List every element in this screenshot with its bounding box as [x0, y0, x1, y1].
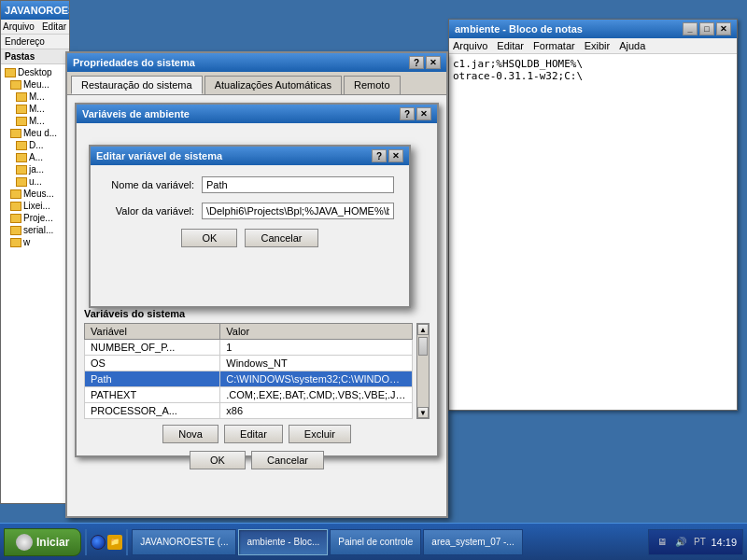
var-value: Windows_NT — [220, 356, 413, 371]
varenv-title: Variáveis de ambiente — [82, 108, 190, 119]
editar-button[interactable]: Editar — [224, 425, 283, 443]
notepad-content: c1.jar;%HSQLDB_HOME%\ otrace-0.31.1-w32;… — [449, 54, 737, 405]
editvar-close-button[interactable]: ✕ — [388, 149, 403, 162]
editvar-ok-button[interactable]: OK — [181, 229, 237, 247]
tree-item-label: M... — [29, 104, 45, 114]
menu-arquivo[interactable]: Arquivo — [3, 21, 35, 32]
tab-atualizacoes[interactable]: Atualizações Automáticas — [204, 76, 342, 94]
var-value: .COM;.EXE;.BAT;.CMD;.VBS;.VBE;.JS;... — [220, 387, 413, 403]
folder-icon — [16, 92, 27, 102]
notepad-menu-exibir[interactable]: Exibir — [585, 40, 611, 51]
valor-input[interactable] — [202, 203, 394, 219]
tree-item-meu1[interactable]: Meu... — [3, 78, 67, 91]
folder-icon — [10, 214, 21, 223]
notepad-minimize[interactable]: _ — [683, 22, 698, 35]
sys-vars-table: Variável Valor NUMBER_OF_P... 1 OS Windo… — [84, 323, 413, 419]
desktop: JAVANOROESTE (D:) _ □ ✕ Arquivo Editar E… — [0, 0, 747, 523]
notepad-menu-arquivo[interactable]: Arquivo — [453, 40, 487, 51]
notepad-title: ambiente - Bloco de notas — [455, 23, 583, 35]
tree-item-label: Meu... — [23, 79, 49, 90]
tab-remoto[interactable]: Remoto — [344, 76, 401, 94]
tab-restauracao[interactable]: Restauração do sistema — [71, 76, 203, 94]
tree-item-d[interactable]: D... — [3, 139, 67, 151]
tree-item-serial[interactable]: serial... — [3, 224, 67, 236]
tree-item-m2[interactable]: M... — [3, 103, 67, 115]
nome-input[interactable] — [202, 176, 394, 193]
valor-label: Valor da variável: — [106, 205, 194, 217]
varenv-help-button[interactable]: ? — [400, 107, 415, 120]
ie-icon[interactable] — [91, 535, 106, 550]
nome-field-row: Nome da variável: — [106, 176, 394, 193]
tree-item-proje[interactable]: Proje... — [3, 212, 67, 224]
start-button[interactable]: Iniciar — [4, 528, 81, 556]
tree-item-label: u... — [29, 176, 42, 187]
tree-item-label: serial... — [23, 225, 53, 235]
table-row[interactable]: NUMBER_OF_P... 1 — [85, 340, 413, 356]
props-close-button[interactable]: ✕ — [426, 56, 441, 69]
taskbar-divider — [85, 529, 87, 555]
var-value: x86 — [220, 403, 413, 419]
tray-flag-icon: PT — [692, 535, 707, 550]
editvar-cancelar-button[interactable]: Cancelar — [245, 229, 317, 247]
notepad-maximize[interactable]: □ — [699, 22, 714, 35]
sys-vars-scrollbar[interactable]: ▲ ▼ — [416, 323, 430, 419]
table-row[interactable]: PATHEXT .COM;.EXE;.BAT;.CMD;.VBS;.VBE;.J… — [85, 387, 413, 403]
folder-icon — [16, 153, 27, 162]
folder-quicklaunch-icon[interactable]: 📁 — [107, 535, 122, 550]
taskbar-btn-area[interactable]: area_system_07 -... — [423, 529, 522, 555]
table-row[interactable]: PROCESSOR_A... x86 — [85, 403, 413, 419]
address-label: Endereço — [5, 36, 45, 47]
editvar-help-button[interactable]: ? — [372, 149, 387, 162]
taskbar-btn-ambiente[interactable]: ambiente - Bloc... — [238, 529, 328, 555]
var-name: Path — [85, 371, 220, 387]
tree-item-label: ja... — [29, 164, 44, 175]
tree-item-lixei[interactable]: Lixei... — [3, 200, 67, 212]
table-row[interactable]: OS Windows_NT — [85, 356, 413, 371]
scrollbar-up[interactable]: ▲ — [417, 324, 429, 335]
tree-item-u[interactable]: u... — [3, 175, 67, 188]
notepad-menubar: Arquivo Editar Formatar Exibir Ajuda — [449, 38, 737, 54]
nome-label: Nome da variável: — [106, 179, 194, 190]
notepad-menu-editar[interactable]: Editar — [497, 40, 524, 51]
address-bar: Endereço — [1, 35, 69, 49]
explorer-titlebar: JAVANOROESTE (D:) _ □ ✕ — [1, 1, 69, 20]
taskbar-btn-label: area_system_07 -... — [431, 537, 514, 547]
taskbar-btn-javanoroeste[interactable]: JAVANOROESTE (... — [132, 529, 236, 555]
notepad-menu-ajuda[interactable]: Ajuda — [619, 40, 645, 51]
excluir-button[interactable]: Excluir — [289, 425, 351, 443]
nova-button[interactable]: Nova — [162, 425, 218, 443]
taskbar: Iniciar 📁 JAVANOROESTE (... ambiente - B… — [0, 523, 747, 560]
tree-item-m3[interactable]: M... — [3, 115, 67, 127]
folder-icon — [10, 80, 21, 90]
taskbar-btn-painel[interactable]: Painel de controle — [330, 529, 421, 555]
editvar-titlebar-buttons: ? ✕ — [372, 149, 403, 162]
tree-item-meus[interactable]: Meus... — [3, 188, 67, 200]
tree-item-desktop[interactable]: Desktop — [3, 66, 67, 78]
varenv-ok-button[interactable]: OK — [190, 451, 246, 469]
folder-icon — [16, 105, 27, 114]
folder-icon — [10, 238, 21, 247]
notepad-close[interactable]: ✕ — [716, 22, 731, 35]
tree-item-meud[interactable]: Meu d... — [3, 127, 67, 139]
table-row-path[interactable]: Path C:\WINDOWS\system32;C:\WINDOWS;... — [85, 371, 413, 387]
props-help-button[interactable]: ? — [409, 56, 424, 69]
tree-item-w[interactable]: w — [3, 236, 67, 248]
editvar-titlebar: Editar variável de sistema ? ✕ — [91, 147, 409, 165]
tree-item-ja[interactable]: ja... — [3, 163, 67, 175]
varenv-close-button[interactable]: ✕ — [416, 107, 431, 120]
scrollbar-down[interactable]: ▼ — [417, 407, 429, 418]
col-valor: Valor — [220, 324, 413, 340]
scrollbar-thumb[interactable] — [418, 337, 428, 356]
editvar-title: Editar variável de sistema — [96, 150, 222, 161]
explorer-title: JAVANOROESTE (D:) — [5, 5, 70, 16]
folder-icon — [16, 165, 27, 175]
menu-editar[interactable]: Editar — [42, 21, 66, 32]
varenv-cancelar-button[interactable]: Cancelar — [251, 451, 324, 469]
var-name: NUMBER_OF_P... — [85, 340, 220, 356]
taskbar-btn-label: ambiente - Bloc... — [247, 537, 319, 547]
var-value: 1 — [220, 340, 413, 356]
notepad-menu-formatar[interactable]: Formatar — [533, 40, 575, 51]
tree-item-a[interactable]: A... — [3, 151, 67, 163]
tray-network-icon: 🖥 — [655, 535, 669, 550]
tree-item-m1[interactable]: M... — [3, 91, 67, 103]
